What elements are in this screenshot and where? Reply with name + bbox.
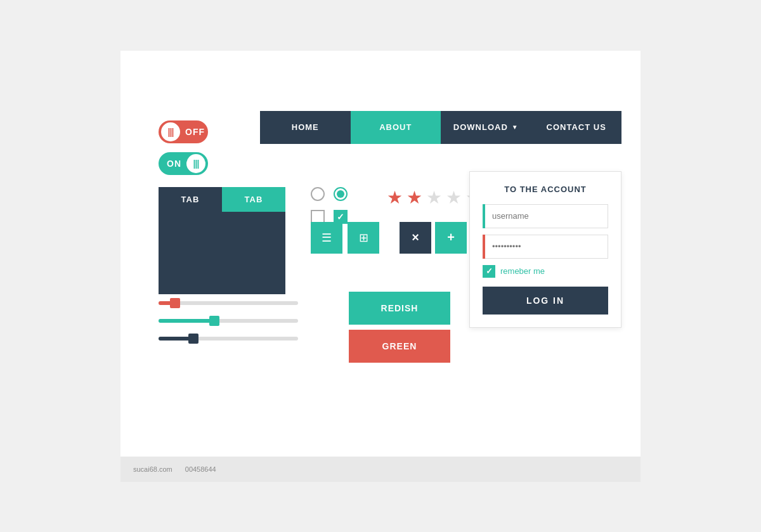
tabs-header: TAB TAB	[159, 187, 285, 212]
colored-buttons: REDISH GREEN	[349, 292, 450, 363]
close-button[interactable]: ×	[400, 222, 431, 254]
slider-thumb-2[interactable]	[209, 316, 219, 326]
slider-track-1[interactable]	[159, 301, 298, 305]
slider-row-1	[159, 301, 298, 305]
grid-icon-button[interactable]: ⊞	[348, 222, 379, 254]
username-input[interactable]	[483, 204, 608, 228]
watermark-text: sucai68.com	[133, 465, 172, 473]
star-rating[interactable]: ★ ★ ★ ★ ★	[387, 187, 481, 208]
password-wrap	[483, 235, 608, 259]
star-4[interactable]: ★	[446, 187, 462, 208]
password-accent	[483, 235, 485, 259]
remember-checkmark-icon: ✓	[486, 266, 493, 276]
watermark-id: 00458644	[185, 465, 216, 473]
star-1[interactable]: ★	[387, 187, 403, 208]
icon-buttons: ☰ ⊞	[311, 222, 379, 254]
slider-row-3	[159, 337, 298, 341]
tab-1-label: TAB	[181, 195, 200, 204]
slider-row-2	[159, 319, 298, 323]
tab-2[interactable]: TAB	[222, 187, 285, 212]
toggle-off-icon: |||	[168, 127, 174, 137]
toggle-on-item: ON |||	[159, 152, 208, 175]
plus-icon: +	[447, 230, 455, 245]
nav-item-about[interactable]: ABOUT	[351, 111, 441, 144]
tab-2-label: TAB	[245, 195, 263, 204]
nav-item-contact[interactable]: CONTACT US	[531, 111, 622, 144]
star-3[interactable]: ★	[426, 187, 442, 208]
nav-about-label: ABOUT	[379, 122, 412, 132]
password-input[interactable]	[483, 235, 608, 259]
slider-fill-2	[159, 319, 214, 323]
tab-content	[159, 212, 285, 294]
plus-button[interactable]: +	[435, 222, 467, 254]
toggle-off[interactable]: ||| OFF	[159, 120, 208, 143]
checkmark-icon: ✓	[337, 212, 344, 222]
green-button-label: GREEN	[382, 341, 417, 351]
login-button-label: LOG IN	[526, 295, 564, 306]
toggle-on[interactable]: ON |||	[159, 152, 208, 175]
star-2[interactable]: ★	[407, 187, 422, 208]
nav-contact-label: CONTACT US	[547, 122, 606, 132]
nav-item-home[interactable]: HOME	[260, 111, 351, 144]
ui-canvas: ||| OFF ON ||| HOME ABOUT	[0, 0, 761, 532]
sliders-section	[159, 301, 298, 354]
remember-checkbox[interactable]: ✓	[483, 265, 495, 278]
login-button[interactable]: LOG IN	[483, 287, 608, 315]
nav-item-download[interactable]: DOWNLOAD ▼	[441, 111, 531, 144]
toggles-section: ||| OFF ON |||	[159, 120, 208, 184]
slider-track-3[interactable]	[159, 337, 298, 341]
radio-checked[interactable]	[334, 187, 348, 201]
login-title: TO THE ACCOUNT	[483, 185, 608, 194]
redish-button[interactable]: REDISH	[349, 292, 450, 325]
toggle-thumb-on: |||	[186, 154, 205, 173]
menu-icon-button[interactable]: ☰	[311, 222, 342, 254]
radio-inner-dot	[337, 190, 344, 198]
nav-home-label: HOME	[292, 122, 319, 132]
bottom-bar: sucai68.com 00458644	[120, 457, 641, 482]
remember-row: ✓ remeber me	[483, 265, 608, 278]
radio-unchecked[interactable]	[311, 187, 325, 201]
green-button[interactable]: GREEN	[349, 330, 450, 363]
toggle-off-item: ||| OFF	[159, 120, 208, 143]
username-wrap	[483, 204, 608, 228]
inner-canvas: ||| OFF ON ||| HOME ABOUT	[120, 51, 641, 482]
redish-button-label: REDISH	[381, 303, 419, 313]
tab-1[interactable]: TAB	[159, 187, 222, 212]
tabs-section: TAB TAB	[159, 187, 285, 294]
toggle-on-icon: |||	[193, 159, 199, 169]
toggle-on-label: ON	[167, 159, 181, 169]
menu-icon: ☰	[322, 231, 332, 245]
slider-thumb-1[interactable]	[170, 298, 180, 308]
remember-label: remeber me	[500, 266, 545, 276]
navbar: HOME ABOUT DOWNLOAD ▼ CONTACT US	[260, 111, 621, 144]
grid-icon: ⊞	[359, 231, 368, 245]
login-section: TO THE ACCOUNT ✓ remeber me LOG IN	[469, 171, 621, 328]
username-accent	[483, 204, 485, 228]
toggle-off-label: OFF	[185, 127, 205, 137]
chevron-down-icon: ▼	[512, 124, 519, 131]
nav-download-label: DOWNLOAD	[453, 122, 508, 132]
slider-track-2[interactable]	[159, 319, 298, 323]
slider-thumb-3[interactable]	[188, 334, 198, 344]
close-icon: ×	[412, 230, 419, 245]
toggle-thumb-off: |||	[161, 122, 180, 141]
